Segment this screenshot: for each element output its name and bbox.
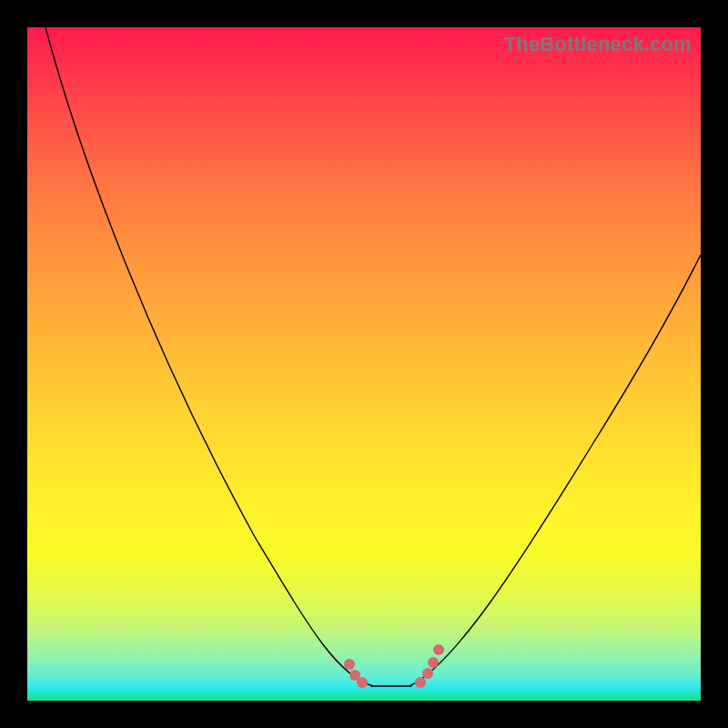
marker-dot [428,657,439,668]
marker-dot [422,668,433,679]
curve-svg [27,27,701,701]
marker-dot [344,659,355,670]
chart-frame: TheBottleneck.com [0,0,728,728]
plot-area: TheBottleneck.com [27,27,701,701]
curve-right-branch [410,255,701,686]
marker-dot [357,677,368,688]
marker-dot [433,644,444,655]
curve-left-branch [46,27,373,686]
marker-dot [415,677,426,688]
